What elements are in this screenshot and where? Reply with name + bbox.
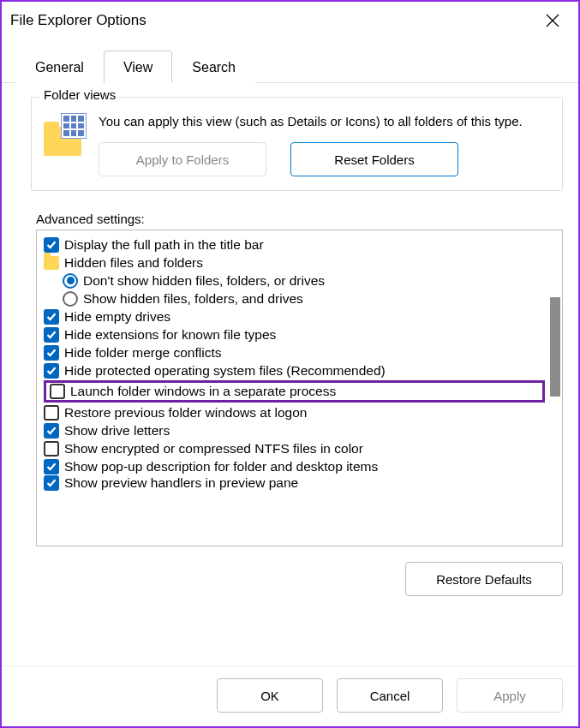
setting-item[interactable]: Launch folder windows in a separate proc… bbox=[50, 384, 539, 399]
advanced-settings-listbox[interactable]: Display the full path in the title barHi… bbox=[36, 230, 563, 546]
tab-general[interactable]: General bbox=[15, 51, 104, 83]
folder-views-icon bbox=[44, 113, 87, 156]
setting-label: Show preview handlers in preview pane bbox=[64, 475, 298, 491]
setting-label: Show pop-up description for folder and d… bbox=[64, 459, 378, 474]
scrollbar-thumb[interactable] bbox=[550, 297, 560, 397]
setting-item[interactable]: Hide folder merge conflicts bbox=[44, 343, 545, 361]
checkbox[interactable] bbox=[44, 345, 59, 361]
setting-label: Show encrypted or compressed NTFS files … bbox=[64, 441, 363, 456]
checkbox[interactable] bbox=[44, 441, 59, 456]
checkbox[interactable] bbox=[44, 405, 59, 421]
dialog-button-bar: OK Cancel Apply bbox=[2, 665, 578, 726]
checkbox[interactable] bbox=[44, 363, 59, 379]
close-button[interactable] bbox=[537, 5, 568, 36]
radio[interactable] bbox=[63, 273, 78, 289]
setting-label: Show drive letters bbox=[64, 423, 170, 439]
folder-icon bbox=[44, 256, 59, 270]
reset-folders-button[interactable]: Reset Folders bbox=[290, 142, 458, 176]
setting-item[interactable]: Show pop-up description for folder and d… bbox=[44, 457, 545, 475]
checkbox[interactable] bbox=[44, 237, 59, 253]
setting-item[interactable]: Hide extensions for known file types bbox=[44, 325, 545, 343]
setting-item[interactable]: Hide protected operating system files (R… bbox=[44, 361, 545, 379]
setting-label: Hide folder merge conflicts bbox=[64, 345, 222, 361]
close-icon bbox=[546, 14, 559, 27]
setting-label: Show hidden files, folders, and drives bbox=[83, 291, 303, 307]
radio[interactable] bbox=[63, 291, 78, 307]
annotation-highlight: Launch folder windows in a separate proc… bbox=[44, 380, 545, 403]
setting-label: Hide empty drives bbox=[64, 309, 170, 325]
setting-item[interactable]: Hidden files and folders bbox=[44, 254, 545, 272]
titlebar: File Explorer Options bbox=[2, 2, 578, 39]
setting-label: Restore previous folder windows at logon bbox=[64, 405, 307, 421]
setting-item[interactable]: Show preview handlers in preview pane bbox=[44, 475, 545, 491]
folder-views-description: You can apply this view (such as Details… bbox=[99, 113, 550, 130]
checkbox[interactable] bbox=[44, 475, 59, 491]
setting-label: Launch folder windows in a separate proc… bbox=[70, 384, 336, 399]
restore-defaults-button[interactable]: Restore Defaults bbox=[405, 562, 563, 596]
apply-to-folders-button[interactable]: Apply to Folders bbox=[99, 142, 266, 176]
setting-item[interactable]: Show drive letters bbox=[44, 421, 545, 439]
setting-item[interactable]: Display the full path in the title bar bbox=[44, 236, 545, 254]
cancel-button[interactable]: Cancel bbox=[337, 678, 443, 713]
checkbox[interactable] bbox=[44, 459, 59, 474]
setting-item[interactable]: Don't show hidden files, folders, or dri… bbox=[63, 272, 545, 289]
ok-button[interactable]: OK bbox=[217, 678, 323, 713]
advanced-settings-label: Advanced settings: bbox=[36, 212, 563, 226]
setting-label: Hide extensions for known file types bbox=[64, 327, 276, 343]
apply-button[interactable]: Apply bbox=[457, 678, 563, 713]
folder-views-legend: Folder views bbox=[40, 87, 119, 102]
window-title: File Explorer Options bbox=[10, 12, 146, 29]
checkbox[interactable] bbox=[44, 309, 59, 325]
file-explorer-options-dialog: File Explorer Options General View Searc… bbox=[0, 0, 580, 728]
checkbox[interactable] bbox=[44, 423, 59, 439]
tab-strip: General View Search bbox=[2, 39, 578, 83]
tab-content: Folder views You can apply this view (su… bbox=[2, 83, 578, 665]
setting-label: Don't show hidden files, folders, or dri… bbox=[83, 273, 325, 289]
checkbox[interactable] bbox=[44, 327, 59, 343]
tab-search[interactable]: Search bbox=[172, 51, 255, 83]
setting-label: Hide protected operating system files (R… bbox=[64, 363, 386, 379]
setting-item[interactable]: Show hidden files, folders, and drives bbox=[63, 289, 545, 307]
setting-item[interactable]: Hide empty drives bbox=[44, 307, 545, 325]
setting-label: Hidden files and folders bbox=[64, 255, 203, 271]
tab-view[interactable]: View bbox=[104, 51, 172, 83]
setting-label: Display the full path in the title bar bbox=[64, 237, 264, 253]
scrollbar[interactable] bbox=[547, 232, 560, 544]
checkbox[interactable] bbox=[50, 384, 65, 399]
setting-item[interactable]: Show encrypted or compressed NTFS files … bbox=[44, 439, 545, 457]
setting-item[interactable]: Restore previous folder windows at logon bbox=[44, 403, 545, 421]
folder-views-group: Folder views You can apply this view (su… bbox=[31, 97, 563, 191]
